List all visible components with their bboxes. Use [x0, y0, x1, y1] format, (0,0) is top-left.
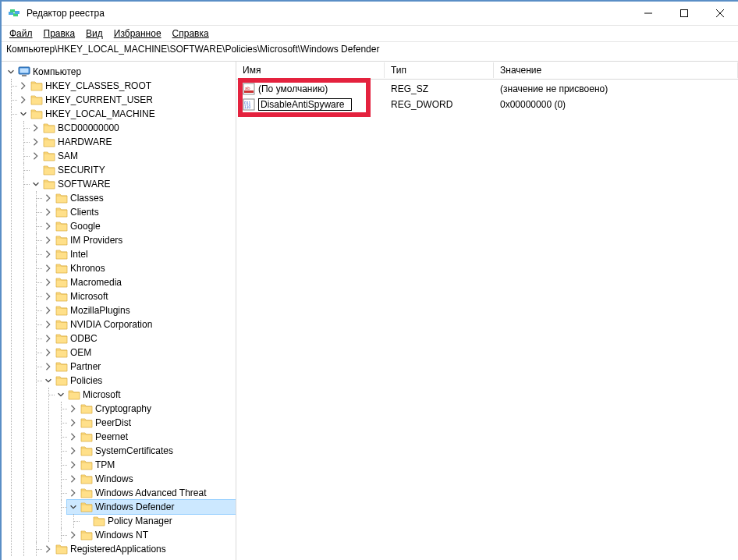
tree-root-computer[interactable]: Компьютер [5, 65, 236, 79]
tree-hkcu[interactable]: HKEY_CURRENT_USER [17, 93, 236, 107]
tree-policies-microsoft[interactable]: Microsoft [55, 388, 236, 402]
tree-label: Google [70, 221, 101, 232]
menu-favorites[interactable]: Избранное [109, 27, 166, 40]
tree-pane[interactable]: Компьютер HKEY_CLASSES_ROOT HKEY_CURRENT… [2, 62, 236, 560]
chevron-right-icon[interactable] [19, 81, 28, 90]
tree-systemcertificates[interactable]: SystemCertificates [67, 444, 236, 458]
value-name-edit[interactable] [258, 98, 352, 111]
tree-windowsadvthreat[interactable]: Windows Advanced Threat [67, 486, 236, 500]
value-row[interactable]: (По умолчанию) REG_SZ (значение не присв… [236, 81, 738, 97]
tree-hklm[interactable]: HKEY_LOCAL_MACHINE [17, 107, 236, 121]
tree-windowsnt[interactable]: Windows NT [67, 528, 236, 542]
menu-view[interactable]: Вид [81, 27, 108, 40]
tree-policies[interactable]: Policies [42, 374, 236, 388]
chevron-right-icon[interactable] [69, 404, 78, 413]
tree-nvidia[interactable]: NVIDIA Corporation [42, 317, 236, 331]
chevron-right-icon[interactable] [69, 530, 78, 540]
folder-icon [55, 543, 68, 555]
chevron-right-icon[interactable] [44, 250, 53, 259]
chevron-right-icon[interactable] [69, 460, 78, 470]
tree-tpm[interactable]: TPM [67, 458, 236, 472]
chevron-right-icon[interactable] [44, 334, 53, 343]
folder-icon [43, 178, 55, 190]
folder-icon [55, 346, 68, 359]
tree-mozillaplugins[interactable]: MozillaPlugins [42, 303, 236, 317]
column-header-data[interactable]: Значение [494, 62, 738, 78]
tree-peernet[interactable]: Peernet [67, 430, 236, 444]
chevron-down-icon[interactable] [69, 502, 78, 512]
maximize-button[interactable] [666, 2, 702, 25]
chevron-right-icon[interactable] [44, 278, 53, 287]
value-type: REG_DWORD [385, 99, 494, 110]
chevron-right-icon[interactable] [31, 137, 41, 147]
tree-partner[interactable]: Partner [42, 360, 236, 374]
tree-clients[interactable]: Clients [42, 205, 236, 219]
tree-software[interactable]: SOFTWARE [30, 177, 236, 191]
chevron-right-icon[interactable] [31, 123, 41, 133]
tree-policymanager[interactable]: Policy Manager [80, 514, 236, 528]
chevron-right-icon[interactable] [44, 320, 53, 329]
tree-macromedia[interactable]: Macromedia [42, 275, 236, 289]
tree-security[interactable]: SECURITY [30, 163, 236, 177]
tree-microsoft[interactable]: Microsoft [42, 289, 236, 303]
chevron-right-icon[interactable] [69, 474, 78, 484]
chevron-down-icon[interactable] [31, 179, 41, 189]
tree-label: Macromedia [70, 277, 122, 288]
tree-bcd[interactable]: BCD00000000 [30, 121, 236, 135]
tree-windowsdefender[interactable]: Windows Defender [67, 500, 236, 514]
folder-icon [55, 360, 68, 373]
chevron-right-icon[interactable] [69, 418, 78, 427]
tree-hkcr[interactable]: HKEY_CLASSES_ROOT [17, 79, 236, 93]
chevron-right-icon[interactable] [69, 446, 78, 455]
chevron-right-icon[interactable] [69, 488, 78, 498]
window-title: Редактор реестра [27, 8, 630, 19]
chevron-right-icon[interactable] [44, 207, 53, 217]
tree-khronos[interactable]: Khronos [42, 261, 236, 275]
address-bar[interactable]: Компьютер\HKEY_LOCAL_MACHINE\SOFTWARE\Po… [2, 42, 738, 62]
chevron-right-icon[interactable] [44, 362, 53, 371]
menu-help[interactable]: Справка [168, 27, 214, 40]
tree-hardware[interactable]: HARDWARE [30, 135, 236, 149]
chevron-right-icon[interactable] [19, 95, 28, 105]
column-header-type[interactable]: Тип [385, 62, 494, 78]
menu-edit[interactable]: Правка [39, 27, 80, 40]
tree-cryptography[interactable]: Cryptography [67, 402, 236, 416]
minimize-button[interactable] [630, 2, 666, 25]
tree-windows[interactable]: Windows [67, 472, 236, 486]
folder-icon [80, 416, 93, 429]
chevron-right-icon[interactable] [44, 544, 53, 554]
value-row[interactable]: REG_DWORD 0x00000000 (0) [236, 97, 738, 112]
chevron-right-icon[interactable] [44, 193, 53, 203]
chevron-right-icon[interactable] [44, 348, 53, 357]
tree-odbc[interactable]: ODBC [42, 331, 236, 346]
tree-intel[interactable]: Intel [42, 247, 236, 261]
menu-file[interactable]: Файл [5, 27, 37, 40]
tree-peerdist[interactable]: PeerDist [67, 416, 236, 430]
close-button[interactable] [702, 2, 738, 25]
chevron-right-icon[interactable] [44, 264, 53, 273]
tree-oem[interactable]: OEM [42, 346, 236, 360]
chevron-right-icon[interactable] [44, 306, 53, 315]
folder-icon [30, 80, 43, 92]
values-pane[interactable]: Имя Тип Значение (По умолчанию) REG_SZ (… [236, 62, 738, 560]
folder-icon [55, 262, 68, 275]
chevron-down-icon[interactable] [56, 390, 66, 399]
tree-improviders[interactable]: IM Providers [42, 233, 236, 247]
tree-label: Windows Advanced Threat [95, 487, 207, 498]
tree-label: HARDWARE [58, 136, 112, 147]
chevron-right-icon[interactable] [44, 292, 53, 301]
column-header-name[interactable]: Имя [236, 62, 385, 78]
chevron-down-icon[interactable] [6, 67, 16, 76]
chevron-right-icon[interactable] [31, 151, 41, 161]
tree-sam[interactable]: SAM [30, 149, 236, 163]
tree-registeredapps[interactable]: RegisteredApplications [42, 542, 236, 556]
chevron-right-icon[interactable] [44, 236, 53, 245]
folder-icon [43, 122, 55, 134]
tree-classes[interactable]: Classes [42, 191, 236, 205]
chevron-down-icon[interactable] [19, 109, 28, 119]
chevron-right-icon[interactable] [44, 222, 53, 231]
values-header: Имя Тип Значение [236, 62, 738, 80]
chevron-right-icon[interactable] [69, 432, 78, 441]
tree-google[interactable]: Google [42, 219, 236, 233]
chevron-down-icon[interactable] [44, 376, 53, 385]
